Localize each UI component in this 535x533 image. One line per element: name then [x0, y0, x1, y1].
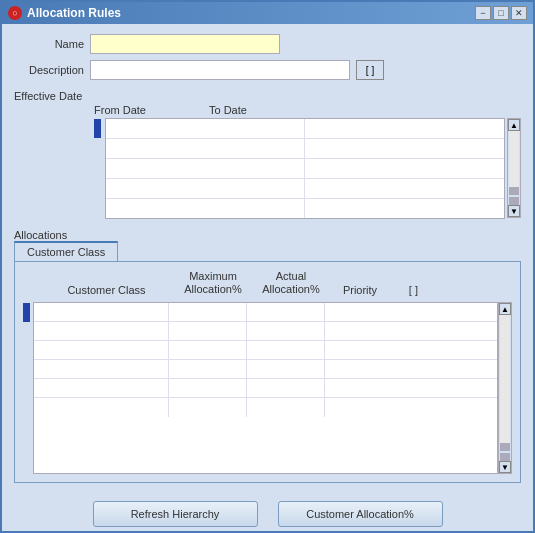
- alloc-cell-13[interactable]: [247, 303, 325, 322]
- alloc-row-1: [34, 303, 497, 322]
- alloc-cell-51[interactable]: [34, 379, 169, 398]
- date-cell-to-4[interactable]: [305, 179, 504, 198]
- date-marker-1: [94, 119, 101, 138]
- alloc-cell-63[interactable]: [247, 398, 325, 417]
- effective-date-label: Effective Date: [14, 90, 521, 102]
- alloc-cell-31[interactable]: [34, 341, 169, 360]
- alloc-cell-22[interactable]: [169, 322, 247, 341]
- tab-strip: Customer Class: [14, 241, 521, 261]
- alloc-scroll-up[interactable]: ▲: [499, 303, 511, 315]
- date-cell-from-4[interactable]: [106, 179, 305, 198]
- footer-buttons: Refresh Hierarchy Customer Allocation%: [2, 493, 533, 531]
- alloc-panel: Customer Class MaximumAllocation% Actual…: [14, 261, 521, 483]
- alloc-row-6: [34, 398, 497, 417]
- main-content: Name Description [ ] Effective Date From…: [2, 24, 533, 493]
- title-controls: − □ ✕: [475, 6, 527, 20]
- alloc-col5-header[interactable]: [ ]: [390, 284, 418, 296]
- alloc-col4-header: Priority: [330, 284, 390, 296]
- date-scroll-track: [509, 131, 519, 187]
- to-date-header: To Date: [209, 104, 324, 116]
- window-title: Allocation Rules: [27, 6, 121, 20]
- alloc-cell-33[interactable]: [247, 341, 325, 360]
- description-label: Description: [14, 64, 84, 76]
- customer-allocation-button[interactable]: Customer Allocation%: [278, 501, 443, 527]
- alloc-row-5: [34, 379, 497, 398]
- alloc-cell-42[interactable]: [169, 360, 247, 379]
- name-row: Name: [14, 34, 521, 54]
- date-row-2: [106, 139, 504, 159]
- alloc-cell-54[interactable]: [325, 379, 383, 398]
- alloc-cell-34[interactable]: [325, 341, 383, 360]
- alloc-row-2: [34, 322, 497, 341]
- window-icon: ○: [8, 6, 22, 20]
- description-input[interactable]: [90, 60, 350, 80]
- effective-date-section: Effective Date From Date To Date: [14, 86, 521, 219]
- date-cell-from-5[interactable]: [106, 199, 305, 218]
- date-cell-to-1[interactable]: [305, 119, 504, 138]
- alloc-cell-62[interactable]: [169, 398, 247, 417]
- date-row-4: [106, 179, 504, 199]
- alloc-cell-41[interactable]: [34, 360, 169, 379]
- date-cell-to-5[interactable]: [305, 199, 504, 218]
- alloc-cell-61[interactable]: [34, 398, 169, 417]
- alloc-col3-header: ActualAllocation%: [252, 270, 330, 296]
- alloc-scroll-down[interactable]: ▼: [499, 461, 511, 473]
- alloc-row-4: [34, 360, 497, 379]
- date-row-5: [106, 199, 504, 218]
- alloc-scroll-thumb2: [500, 453, 510, 461]
- alloc-scroll-thumb1: [500, 443, 510, 451]
- alloc-marker: [23, 302, 33, 474]
- title-bar-left: ○ Allocation Rules: [8, 6, 121, 20]
- date-cell-from-1[interactable]: [106, 119, 305, 138]
- tab-customer-class[interactable]: Customer Class: [14, 241, 118, 261]
- date-scroll-up[interactable]: ▲: [508, 119, 520, 131]
- description-btn[interactable]: [ ]: [356, 60, 384, 80]
- alloc-col2-header: MaximumAllocation%: [174, 270, 252, 296]
- alloc-cell-23[interactable]: [247, 322, 325, 341]
- close-button[interactable]: ✕: [511, 6, 527, 20]
- maximize-button[interactable]: □: [493, 6, 509, 20]
- alloc-cell-52[interactable]: [169, 379, 247, 398]
- title-bar: ○ Allocation Rules − □ ✕: [2, 2, 533, 24]
- allocations-label: Allocations: [14, 229, 521, 241]
- date-row-1: [106, 119, 504, 139]
- date-scroll-down[interactable]: ▼: [508, 205, 520, 217]
- from-date-header: From Date: [94, 104, 209, 116]
- alloc-cell-21[interactable]: [34, 322, 169, 341]
- alloc-grid: [33, 302, 498, 474]
- alloc-grid-container: ▲ ▼: [23, 302, 512, 474]
- date-cell-to-2[interactable]: [305, 139, 504, 158]
- allocations-section: Allocations Customer Class Customer Clas…: [14, 225, 521, 483]
- alloc-cell-24[interactable]: [325, 322, 383, 341]
- alloc-header: Customer Class MaximumAllocation% Actual…: [23, 270, 512, 296]
- alloc-col1-header: Customer Class: [39, 284, 174, 296]
- alloc-cell-14[interactable]: [325, 303, 383, 322]
- date-cell-to-3[interactable]: [305, 159, 504, 178]
- minimize-button[interactable]: −: [475, 6, 491, 20]
- allocation-rules-window: ○ Allocation Rules − □ ✕ Name Descriptio…: [0, 0, 535, 533]
- date-grid: [105, 118, 505, 219]
- alloc-cell-53[interactable]: [247, 379, 325, 398]
- alloc-cell-44[interactable]: [325, 360, 383, 379]
- alloc-cell-32[interactable]: [169, 341, 247, 360]
- alloc-cell-12[interactable]: [169, 303, 247, 322]
- alloc-cell-43[interactable]: [247, 360, 325, 379]
- alloc-cell-64[interactable]: [325, 398, 383, 417]
- alloc-row-3: [34, 341, 497, 360]
- alloc-scroll-track: [500, 315, 510, 443]
- name-input[interactable]: [90, 34, 280, 54]
- date-cell-from-3[interactable]: [106, 159, 305, 178]
- date-cell-from-2[interactable]: [106, 139, 305, 158]
- refresh-hierarchy-button[interactable]: Refresh Hierarchy: [93, 501, 258, 527]
- description-row: Description [ ]: [14, 60, 521, 80]
- name-label: Name: [14, 38, 84, 50]
- alloc-scrollbar[interactable]: ▲ ▼: [498, 302, 512, 474]
- date-row-3: [106, 159, 504, 179]
- alloc-marker-1: [23, 303, 30, 322]
- alloc-cell-11[interactable]: [34, 303, 169, 322]
- date-scrollbar[interactable]: ▲ ▼: [507, 118, 521, 218]
